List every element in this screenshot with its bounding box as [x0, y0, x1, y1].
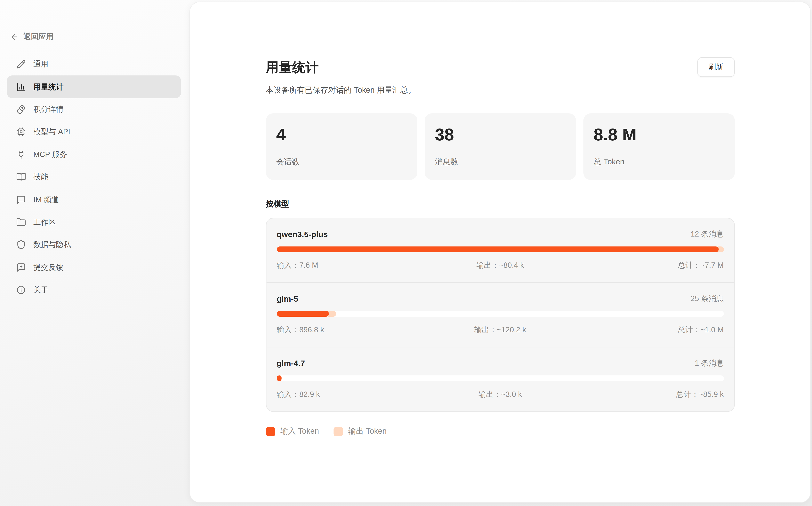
pencil-icon: [16, 59, 26, 69]
legend-output: 输出 Token: [334, 426, 387, 436]
model-message-count: 1 条消息: [695, 358, 724, 368]
legend-input-label: 输入 Token: [280, 426, 319, 436]
sidebar-item-label: 提交反馈: [33, 262, 64, 272]
sidebar-item-models-api[interactable]: 模型与 API: [7, 121, 181, 143]
token-usage-bar: [277, 375, 724, 381]
stat-label: 总 Token: [594, 157, 724, 167]
input-token-segment: [277, 375, 282, 381]
legend-output-label: 输出 Token: [348, 426, 387, 436]
sidebar-item-im-channels[interactable]: IM 频道: [7, 188, 181, 211]
stat-value: 4: [276, 126, 407, 143]
page-title: 用量统计: [266, 59, 319, 76]
coins-icon: [16, 104, 26, 115]
sidebar-nav: 通用 用量统计 积分详情 模型与 API: [7, 53, 181, 301]
stat-card-messages: 38 消息数: [425, 113, 576, 180]
stat-label: 会话数: [276, 157, 407, 167]
back-to-app-button[interactable]: 返回应用: [10, 32, 181, 42]
feedback-plus-icon: [16, 262, 26, 273]
sidebar: 返回应用 通用 用量统计 积分详情: [0, 0, 190, 506]
sidebar-item-feedback[interactable]: 提交反馈: [7, 256, 181, 279]
stat-value: 38: [435, 126, 566, 143]
sidebar-item-label: 通用: [33, 60, 49, 69]
model-name: glm-5: [277, 294, 298, 304]
sidebar-item-label: 积分详情: [33, 104, 64, 114]
sidebar-item-credits[interactable]: 积分详情: [7, 98, 181, 121]
model-message-count: 25 条消息: [691, 294, 724, 304]
sidebar-item-usage-stats[interactable]: 用量统计: [7, 76, 181, 98]
settings-window: 返回应用 通用 用量统计 积分详情: [0, 0, 812, 506]
input-token-swatch: [266, 427, 275, 436]
sidebar-item-workspace[interactable]: 工作区: [7, 211, 181, 234]
cpu-icon: [16, 127, 26, 137]
shield-icon: [16, 240, 26, 250]
chat-bubble-icon: [16, 194, 26, 205]
sidebar-item-label: 用量统计: [33, 82, 64, 92]
model-name: glm-4.7: [277, 359, 305, 368]
sidebar-item-about[interactable]: 关于: [7, 279, 181, 301]
book-open-icon: [16, 172, 26, 182]
output-total: 输出：~120.2 k: [426, 325, 575, 335]
sidebar-item-label: 工作区: [33, 217, 56, 227]
main-panel: 用量统计 刷新 本设备所有已保存对话的 Token 用量汇总。 4 会话数 38…: [190, 2, 811, 503]
model-name: qwen3.5-plus: [277, 230, 328, 239]
input-total: 输入：896.8 k: [277, 325, 426, 335]
usage-stats-page: 用量统计 刷新 本设备所有已保存对话的 Token 用量汇总。 4 会话数 38…: [266, 2, 735, 436]
bar-chart-icon: [16, 82, 26, 92]
stat-label: 消息数: [435, 157, 566, 167]
token-usage-bar: [277, 311, 724, 317]
stat-value: 8.8 M: [594, 126, 724, 143]
sidebar-item-general[interactable]: 通用: [7, 53, 181, 76]
sidebar-item-label: 模型与 API: [33, 127, 70, 137]
stat-card-sessions: 4 会话数: [266, 113, 417, 180]
sum-total: 总计：~7.7 M: [575, 260, 724, 270]
sum-total: 总计：~1.0 M: [575, 325, 724, 335]
page-subtitle: 本设备所有已保存对话的 Token 用量汇总。: [266, 85, 735, 95]
stat-cards: 4 会话数 38 消息数 8.8 M 总 Token: [266, 113, 735, 180]
output-total: 输出：~80.4 k: [426, 260, 575, 270]
output-total: 输出：~3.0 k: [426, 390, 575, 399]
sidebar-item-label: IM 频道: [33, 195, 59, 205]
sidebar-item-label: 关于: [33, 285, 49, 295]
sidebar-item-label: 数据与隐私: [33, 240, 71, 250]
stat-card-total-tokens: 8.8 M 总 Token: [583, 113, 735, 180]
by-model-heading: 按模型: [266, 199, 735, 209]
model-usage-list: qwen3.5-plus 12 条消息 输入：7.6 M 输出：~80.4 k …: [266, 218, 735, 412]
output-token-swatch: [334, 427, 343, 436]
sidebar-item-skills[interactable]: 技能: [7, 166, 181, 188]
token-usage-bar: [277, 246, 724, 252]
input-total: 输入：82.9 k: [277, 390, 426, 399]
model-row-qwen35-plus: qwen3.5-plus 12 条消息 输入：7.6 M 输出：~80.4 k …: [267, 219, 734, 282]
back-arrow-icon: [10, 32, 19, 41]
sidebar-item-mcp[interactable]: MCP 服务: [7, 143, 181, 166]
legend-input: 输入 Token: [266, 426, 319, 436]
sidebar-item-label: MCP 服务: [33, 150, 67, 160]
page-header: 用量统计 刷新: [266, 57, 735, 77]
legend: 输入 Token 输出 Token: [266, 426, 735, 436]
folder-icon: [16, 217, 26, 227]
sidebar-item-label: 技能: [33, 172, 49, 182]
model-message-count: 12 条消息: [691, 229, 724, 239]
refresh-button[interactable]: 刷新: [697, 57, 735, 77]
input-total: 输入：7.6 M: [277, 260, 426, 270]
back-label: 返回应用: [23, 32, 54, 42]
model-row-glm-47: glm-4.7 1 条消息 输入：82.9 k 输出：~3.0 k 总计：~85…: [267, 347, 734, 411]
info-icon: [16, 285, 26, 295]
model-row-glm-5: glm-5 25 条消息 输入：896.8 k 输出：~120.2 k 总计：~…: [267, 282, 734, 347]
plug-icon: [16, 149, 26, 160]
input-token-segment: [277, 311, 329, 317]
sidebar-item-privacy[interactable]: 数据与隐私: [7, 234, 181, 256]
input-token-segment: [277, 246, 719, 252]
sum-total: 总计：~85.9 k: [575, 390, 724, 399]
